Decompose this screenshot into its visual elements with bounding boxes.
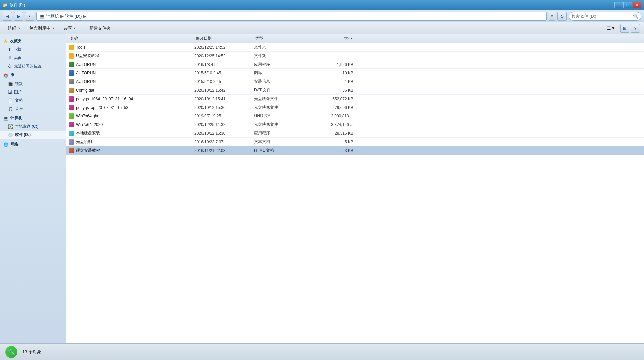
file-icon (69, 70, 74, 76)
file-cell-type: DAT 文件 (254, 87, 307, 93)
file-cell-size: 28,315 KB (307, 131, 353, 136)
column-header-date[interactable]: 修改日期 (194, 34, 254, 43)
sidebar-computer-header[interactable]: 💻 计算机 (0, 114, 66, 122)
path-separator-1: ▶ (60, 14, 64, 19)
file-cell-type: HTML 文档 (254, 148, 307, 153)
video-icon: 🎬 (8, 82, 13, 86)
back-button[interactable]: ◀ (3, 12, 12, 21)
table-row[interactable]: Tools 2020/12/25 14:52 文件夹 (66, 43, 644, 52)
file-cell-date: 2020/12/25 14:52 (194, 45, 254, 50)
table-row[interactable]: AUTORUN 2015/5/10 2:45 安装信息 1 KB (66, 77, 644, 86)
file-cell-date: 2016/1/8 4:54 (194, 62, 254, 67)
file-cell-size: 3 KB (307, 148, 353, 153)
path-computer[interactable]: 计算机 (46, 13, 59, 19)
file-icon (69, 148, 74, 153)
sidebar-item-pictures[interactable]: 🖼 图片 (0, 88, 66, 96)
sidebar-item-music[interactable]: 🎵 音乐 (0, 105, 66, 113)
view-options-button[interactable]: ☰▼ (603, 24, 619, 33)
column-header-size[interactable]: 大小 (307, 34, 353, 43)
sidebar-item-recent[interactable]: ⏱ 最近访问的位置 (0, 62, 66, 70)
sidebar-item-drive-d[interactable]: 💿 软件 (D:) (0, 131, 66, 139)
table-row[interactable]: 硬盘安装教程 2016/11/21 22:03 HTML 文档 3 KB (66, 146, 644, 155)
table-row[interactable]: Win7x64_2020 2020/12/25 11:32 光盘映像文件 3,8… (66, 120, 644, 129)
maximize-button[interactable]: □ (623, 2, 632, 8)
up-button[interactable]: ▲ (25, 12, 34, 21)
sidebar-item-desktop[interactable]: 🖥 桌面 (0, 54, 66, 62)
address-dropdown-arrow[interactable]: ▼ (549, 12, 555, 21)
file-cell-type: 光盘映像文件 (254, 122, 307, 127)
table-row[interactable]: AUTORUN 2015/5/10 2:45 图标 10 KB (66, 69, 644, 77)
file-cell-name: 本地硬盘安装 (69, 130, 194, 136)
sidebar-section-favorites: ★ 收藏夹 ⬇ 下载 🖥 桌面 ⏱ 最近访问的位置 (0, 37, 66, 70)
file-cell-size: 2,900,813 ... (307, 114, 353, 118)
file-cell-size: 279,696 KB (307, 105, 353, 110)
preview-pane-button[interactable]: ⊞ (620, 24, 629, 33)
file-name: Win7x64.gho (76, 114, 99, 118)
refresh-button[interactable]: ↻ (557, 12, 567, 21)
file-cell-name: 光盘说明 (69, 139, 194, 145)
file-cell-name: pe_yqs_1064_20_07_31_16_04 (69, 96, 194, 102)
table-row[interactable]: AUTORUN 2016/1/8 4:54 应用程序 1,926 KB (66, 60, 644, 69)
file-icon (69, 53, 74, 59)
new-folder-button[interactable]: 新建文件夹 (86, 24, 114, 33)
table-row[interactable]: Win7x64.gho 2019/9/7 19:25 GHO 文件 2,900,… (66, 112, 644, 120)
table-row[interactable]: U盘安装教程 2020/12/25 14:52 文件夹 (66, 52, 644, 60)
table-row[interactable]: pe_yqs_xp_20_07_31_15_53 2020/10/12 15:3… (66, 103, 644, 112)
sidebar-item-downloads[interactable]: ⬇ 下载 (0, 45, 66, 54)
table-row[interactable]: Config.dat 2020/10/12 15:42 DAT 文件 36 KB (66, 86, 644, 95)
path-separator-2: ▶ (83, 14, 86, 19)
computer-icon: 💻 (3, 116, 8, 121)
file-cell-name: AUTORUN (69, 79, 194, 84)
file-icon (69, 122, 74, 127)
file-cell-size: 5 KB (307, 140, 353, 144)
file-cell-name: pe_yqs_xp_20_07_31_15_53 (69, 105, 194, 110)
search-icon[interactable]: 🔍 (633, 14, 638, 19)
file-cell-type: 文件夹 (254, 53, 307, 59)
column-header-name[interactable]: 名称 (69, 34, 194, 43)
file-cell-type: 图标 (254, 70, 307, 76)
sidebar-network-header[interactable]: 🌐 网络 (0, 140, 66, 149)
file-cell-name: 硬盘安装教程 (69, 148, 194, 153)
close-button[interactable]: ✕ (633, 2, 641, 8)
sidebar-section-libraries: 📚 库 🎬 视频 🖼 图片 📄 文档 🎵 音乐 (0, 71, 66, 113)
file-cell-date: 2020/10/12 15:41 (194, 97, 254, 101)
window-title: 软件 (D:) (10, 2, 25, 8)
file-explorer-window: 📁 软件 (D:) ─ □ ✕ ◀ ▶ ▲ 💻 计算机 ▶ 软件 (D:) ▶ … (0, 0, 644, 360)
video-label: 视频 (15, 81, 23, 87)
table-row[interactable]: 光盘说明 2016/10/23 7:07 文本文档 5 KB (66, 138, 644, 146)
sidebar-item-documents[interactable]: 📄 文档 (0, 96, 66, 105)
file-icon (69, 139, 74, 145)
status-bar: 🔧 13 个对象 (0, 343, 644, 360)
file-name: Tools (76, 45, 85, 50)
file-cell-size: 3,874,126 ... (307, 122, 353, 127)
documents-icon: 📄 (8, 98, 13, 103)
main-area: ★ 收藏夹 ⬇ 下载 🖥 桌面 ⏱ 最近访问的位置 (0, 34, 644, 343)
help-button[interactable]: ? (631, 24, 640, 33)
file-name: AUTORUN (76, 79, 96, 84)
file-icon (69, 79, 74, 84)
search-input[interactable] (572, 14, 631, 19)
drive-c-icon: 💽 (8, 124, 13, 129)
forward-button[interactable]: ▶ (14, 12, 23, 21)
address-bar: ◀ ▶ ▲ 💻 计算机 ▶ 软件 (D:) ▶ ▼ ↻ 🔍 (0, 10, 644, 22)
sidebar-item-video[interactable]: 🎬 视频 (0, 80, 66, 88)
share-button[interactable]: 共享 ▼ (60, 24, 80, 33)
sidebar-item-drive-c[interactable]: 💽 本地磁盘 (C:) (0, 122, 66, 131)
address-path[interactable]: 💻 计算机 ▶ 软件 (D:) ▶ (36, 12, 547, 21)
sidebar-favorites-header[interactable]: ★ 收藏夹 (0, 37, 66, 45)
add-to-library-button[interactable]: 包含到库中 ▼ (25, 24, 59, 33)
organize-button[interactable]: 组织 ▼ (4, 24, 24, 33)
status-icon: 🔧 (5, 346, 17, 358)
file-cell-type: 文本文档 (254, 139, 307, 145)
table-row[interactable]: 本地硬盘安装 2020/10/12 15:30 应用程序 28,315 KB (66, 129, 644, 138)
table-row[interactable]: pe_yqs_1064_20_07_31_16_04 2020/10/12 15… (66, 95, 644, 103)
sidebar-libraries-header[interactable]: 📚 库 (0, 71, 66, 80)
file-cell-type: 应用程序 (254, 130, 307, 136)
minimize-button[interactable]: ─ (614, 2, 623, 8)
column-header-type[interactable]: 类型 (254, 34, 307, 43)
path-drive[interactable]: 软件 (D:) (65, 13, 82, 19)
search-box[interactable]: 🔍 (569, 12, 641, 21)
file-cell-date: 2020/12/25 14:52 (194, 54, 254, 58)
file-cell-type: 安装信息 (254, 79, 307, 84)
share-dropdown-icon: ▼ (73, 27, 76, 30)
